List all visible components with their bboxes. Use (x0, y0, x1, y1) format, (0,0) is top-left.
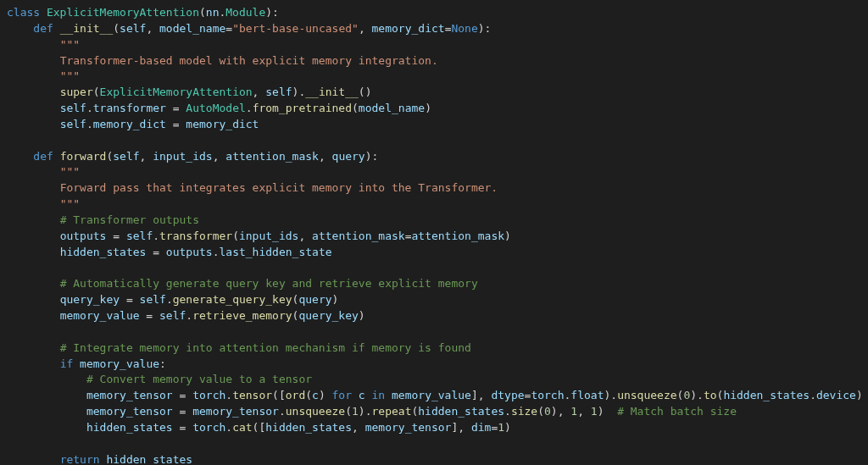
code-line: # Convert memory value to a tensor (7, 373, 312, 385)
code-line: hidden_states = torch.cat([hidden_states… (7, 421, 511, 434)
code-line: return hidden_states (7, 453, 192, 465)
code-line: Forward pass that integrates explicit me… (7, 181, 498, 194)
code-line: def forward(self, input_ids, attention_m… (7, 150, 378, 163)
code-line: if memory_value: (7, 357, 166, 370)
code-line: self.memory_dict = memory_dict (7, 118, 259, 130)
code-line: self.transformer = AutoModel.from_pretra… (7, 102, 431, 114)
code-line: def __init__(self, model_name="bert-base… (7, 22, 491, 35)
code-line: # Automatically generate query key and r… (7, 277, 478, 290)
code-line: Transformer-based model with explicit me… (7, 54, 438, 67)
code-line: """ (7, 165, 80, 178)
code-block: class ExplicitMemoryAttention(nn.Module)… (0, 0, 868, 465)
code-line: memory_tensor = memory_tensor.unsqueeze(… (7, 405, 737, 418)
code-line: query_key = self.generate_query_key(quer… (7, 293, 338, 306)
code-line: # Transformer outputs (7, 213, 199, 226)
code-line: super(ExplicitMemoryAttention, self).__i… (7, 86, 372, 98)
code-line: """ (7, 197, 80, 210)
code-line: """ (7, 69, 80, 82)
code-line: # Integrate memory into attention mechan… (7, 341, 471, 354)
code-line: class ExplicitMemoryAttention(nn.Module)… (7, 6, 279, 19)
code-line: """ (7, 38, 80, 51)
code-line: outputs = self.transformer(input_ids, at… (7, 230, 511, 242)
code-line: memory_value = self.retrieve_memory(quer… (7, 309, 365, 322)
code-line: memory_tensor = torch.tensor([ord(c) for… (7, 389, 863, 401)
code-line: hidden_states = outputs.last_hidden_stat… (7, 246, 332, 258)
